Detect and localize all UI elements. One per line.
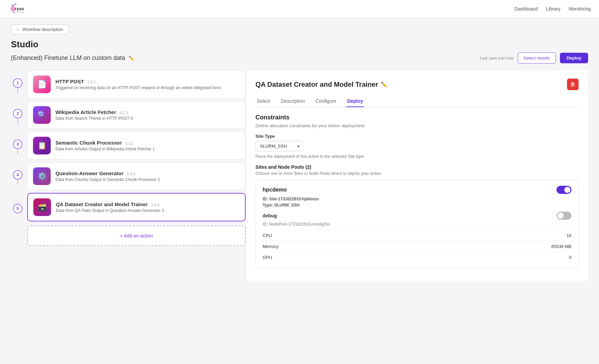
- left-panel: 1 📄 HTTP POST 1.5.1 Triggered on re: [11, 70, 246, 281]
- action-info-1: HTTP POST 1.5.1 Triggered on receiving d…: [55, 79, 240, 90]
- action-name-1: HTTP POST 1.5.1: [55, 79, 240, 84]
- step-col-5: 5: [11, 204, 24, 213]
- constraints-title: Constraints: [255, 114, 579, 121]
- nav-dashboard[interactable]: Dashboard: [514, 6, 538, 12]
- right-panel-header: QA Dataset Creator and Model Trainer ✏️ …: [255, 79, 579, 90]
- site-type-hint: Force the deployment of this action to t…: [255, 154, 579, 159]
- site-toggle-on[interactable]: [556, 186, 571, 194]
- edit-workflow-name-icon[interactable]: ✏️: [129, 55, 134, 61]
- action-list: 1 📄 HTTP POST 1.5.1 Triggered on re: [11, 70, 246, 224]
- resource-cpu: CPU 16: [263, 230, 571, 241]
- step-line-3: [17, 149, 18, 154]
- action-info-3: Semantic Chunk Processor 1.1.2 Data from…: [55, 140, 240, 151]
- nav-monitoring[interactable]: Monitoring: [569, 6, 591, 12]
- semantic-icon: 📋: [33, 137, 51, 154]
- action-info-4: Question-Answer Generator 1.4.6 Data fro…: [55, 170, 240, 182]
- node-pool-row: debug: [263, 212, 571, 220]
- nav-library[interactable]: Library: [546, 6, 561, 12]
- action-card-2[interactable]: 🔍 Wikipedia Article Fetcher 1.1.2 Data f…: [27, 101, 246, 129]
- site-type-label: Site Type: [255, 134, 579, 139]
- svg-point-1: [12, 8, 14, 10]
- step-circle-5: 5: [13, 204, 22, 213]
- site-id-row: ID: Site-1731622933-fqkktnzo: [263, 197, 571, 201]
- action-info-5: QA Dataset Creator and Model Trainer 1.4…: [56, 201, 239, 213]
- action-card-3[interactable]: 📋 Semantic Chunk Processor 1.1.2 Data fr…: [27, 132, 246, 160]
- action-icon-2: 🔍: [33, 106, 51, 124]
- action-icon-1: 📄: [33, 76, 51, 93]
- edit-action-icon[interactable]: ✏️: [381, 81, 387, 88]
- step-circle-4: 4: [13, 170, 22, 180]
- right-panel: QA Dataset Creator and Model Trainer ✏️ …: [246, 70, 588, 281]
- action-row-2: 2 🔍 Wikipedia Article Fetcher 1.1.2: [11, 101, 246, 132]
- qa-dataset-icon: 🗃️: [33, 198, 51, 216]
- action-icon-4: ⚙️: [33, 167, 51, 185]
- action-name-4: Question-Answer Generator 1.4.6: [55, 170, 240, 176]
- step-col-2: 2: [11, 109, 24, 124]
- constraints-desc: Define allocation constraints for your A…: [255, 123, 579, 128]
- action-desc-1: Triggered on receiving data on an HTTP P…: [55, 85, 240, 90]
- action-row-4: 4 ⚙️ Question-Answer Generator 1.4.6: [11, 162, 246, 193]
- breadcrumb-button[interactable]: ← Workflow description: [11, 24, 68, 34]
- breadcrumb-label: Workflow description: [22, 27, 63, 32]
- sites-label: Sites and Node Pools (2): [255, 164, 579, 170]
- sites-desc: Choose one or more Sites or Node Pools w…: [255, 171, 579, 176]
- action-row-3: 3 📋 Semantic Chunk Processor 1.1.2: [11, 132, 246, 162]
- site-name: hpcdemo: [263, 187, 287, 193]
- workflow-name-row: (Enhanced) Finetune LLM on custom data ✏…: [11, 52, 588, 64]
- action-row-1: 1 📄 HTTP POST 1.5.1 Triggered on re: [11, 70, 246, 101]
- main-split: 1 📄 HTTP POST 1.5.1 Triggered on re: [11, 70, 588, 281]
- qa-gen-icon: ⚙️: [33, 167, 51, 185]
- step-circle-2: 2: [13, 109, 22, 118]
- action-desc-3: Data from Articles Output in Wikipedia A…: [55, 147, 240, 151]
- deploy-button[interactable]: Deploy: [560, 53, 588, 63]
- select-results-button[interactable]: Select results: [518, 52, 556, 64]
- action-icon-3: 📋: [33, 137, 51, 154]
- action-row-5: 5 🗃️ QA Dataset Creator and Model Traine…: [11, 193, 246, 224]
- wiki-icon: 🔍: [33, 106, 51, 124]
- breadcrumb-arrow: ←: [16, 27, 20, 32]
- action-card-1[interactable]: 📄 HTTP POST 1.5.1 Triggered on receiving…: [27, 70, 246, 98]
- action-info-2: Wikipedia Article Fetcher 1.1.2 Data fro…: [55, 109, 240, 121]
- resource-memory: Memory 65536 MB: [263, 241, 571, 252]
- svg-text:ryax: ryax: [15, 6, 24, 11]
- tab-configure[interactable]: Configure: [314, 96, 338, 107]
- delete-action-button[interactable]: 🗑: [567, 79, 579, 90]
- action-name-2: Wikipedia Article Fetcher 1.1.2: [55, 109, 240, 115]
- node-pool-id: ID: NodePool-1731622933-nxd4g2bx: [263, 222, 571, 227]
- add-action-box[interactable]: + Add an action: [27, 226, 246, 246]
- step-col-3: 3: [11, 139, 24, 154]
- action-desc-5: Data from QA Pairs Output in Question-An…: [56, 208, 239, 213]
- svg-text:technologies: technologies: [15, 11, 24, 13]
- tab-description[interactable]: Description: [280, 96, 306, 107]
- site-type-select[interactable]: SLURM_SSH: [255, 141, 303, 151]
- action-name-3: Semantic Chunk Processor 1.1.2: [55, 140, 240, 146]
- step-col-4: 4: [11, 170, 24, 185]
- svg-line-5: [12, 5, 13, 6]
- right-panel-title: QA Dataset Creator and Model Trainer ✏️: [255, 81, 387, 88]
- trash-icon: 🗑: [570, 81, 576, 87]
- action-name-5: QA Dataset Creator and Model Trainer 1.4…: [56, 201, 239, 207]
- nav-links: Dashboard Library Monitoring: [514, 6, 591, 12]
- node-pool-name: debug: [263, 213, 277, 218]
- svg-line-3: [15, 4, 16, 4]
- action-icon-5: 🗃️: [33, 198, 51, 216]
- topnav: ryax technologies Dashboard Library Moni…: [0, 0, 599, 18]
- step-line-2: [17, 118, 18, 124]
- step-circle-3: 3: [13, 139, 22, 149]
- page-body: ← Workflow description Studio (Enhanced)…: [0, 18, 599, 364]
- logo: ryax technologies: [8, 3, 24, 15]
- site-type-row: Type: SLURM_SSH: [263, 203, 571, 208]
- last-save-label: Last save just now: [480, 56, 514, 61]
- node-pool-toggle-off[interactable]: [556, 212, 571, 220]
- workflow-actions: Last save just now Select results Deploy: [480, 52, 588, 64]
- site-card-header: hpcdemo: [263, 186, 571, 194]
- workflow-name: (Enhanced) Finetune LLM on custom data: [11, 54, 125, 62]
- action-card-5[interactable]: 🗃️ QA Dataset Creator and Model Trainer …: [27, 193, 246, 221]
- action-desc-2: Data from Search Theme in HTTP POST 0: [55, 116, 240, 121]
- step-circle-1: 1: [13, 78, 22, 88]
- tab-select[interactable]: Select: [255, 96, 271, 107]
- tab-deploy[interactable]: Deploy: [346, 96, 365, 107]
- site-type-select-wrapper: SLURM_SSH ▾: [255, 141, 303, 151]
- page-title: Studio: [11, 39, 588, 50]
- action-card-4[interactable]: ⚙️ Question-Answer Generator 1.4.6 Data …: [27, 162, 246, 190]
